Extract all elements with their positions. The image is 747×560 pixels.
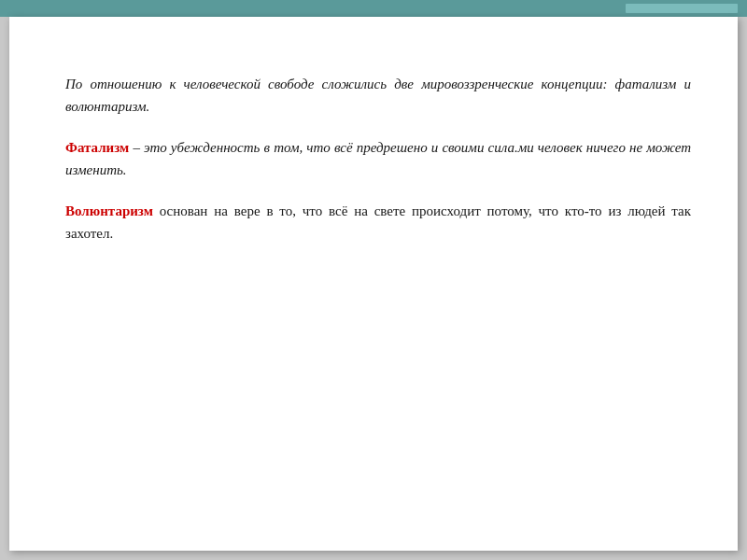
- paragraph-intro-text: По отношению к человеческой свободе слож…: [65, 77, 691, 114]
- top-bar-accent: [626, 4, 738, 13]
- slide-white: По отношению к человеческой свободе слож…: [9, 17, 738, 551]
- paragraph-voluntarism-rest: основан на вере в то, что всё на свете п…: [65, 203, 691, 241]
- paragraph-voluntarism: Волюнтаризм основан на вере в то, что вс…: [65, 200, 691, 245]
- slide-content: По отношению к человеческой свободе слож…: [65, 73, 691, 513]
- slide-container: По отношению к человеческой свободе слож…: [0, 0, 747, 560]
- term-fatalism: Фатализм: [65, 140, 129, 155]
- paragraph-intro: По отношению к человеческой свободе слож…: [65, 73, 691, 118]
- top-bar: [0, 0, 747, 17]
- paragraph-fatalism: Фатализм – это убежденность в том, что в…: [65, 136, 691, 181]
- term-voluntarism: Волюнтаризм: [65, 203, 153, 218]
- paragraph-fatalism-rest: – это убежденность в том, что всё предре…: [65, 140, 691, 177]
